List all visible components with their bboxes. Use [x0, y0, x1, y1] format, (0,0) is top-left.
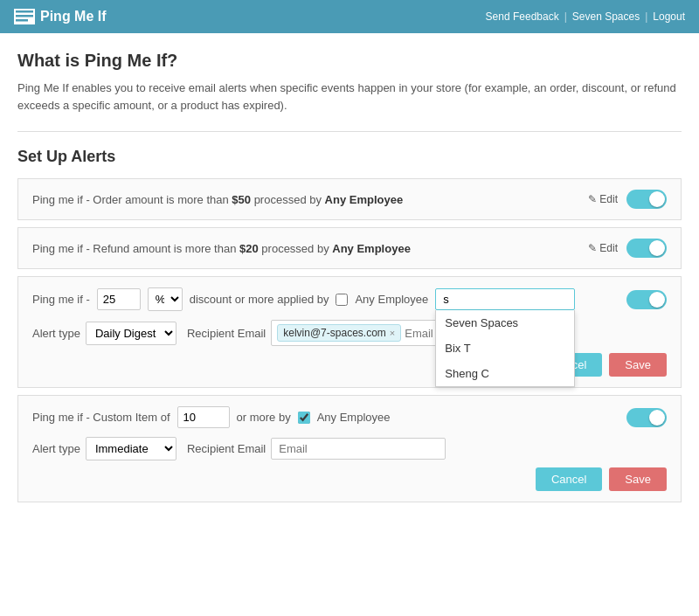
alert-1-edit-button[interactable]: ✎ Edit — [588, 193, 618, 205]
discount-any-label: Any Employee — [355, 293, 428, 306]
page-title: What is Ping Me If? — [17, 51, 682, 71]
dropdown-item-shengc[interactable]: Sheng C — [436, 361, 574, 386]
svg-rect-2 — [16, 19, 28, 22]
alert-2-text: Ping me if - Refund amount is more than … — [32, 242, 411, 255]
workspace-link[interactable]: Seven Spaces — [572, 10, 640, 23]
discount-toggle[interactable]: ON — [626, 290, 667, 309]
alert-2-amount: $20 — [239, 242, 259, 255]
divider — [17, 131, 682, 132]
alert-2-prefix: Ping me if - Refund amount is more than — [32, 242, 239, 255]
main-content: What is Ping Me If? Ping Me If enables y… — [0, 33, 699, 527]
svg-rect-1 — [16, 15, 33, 17]
custom-save-button[interactable]: Save — [609, 467, 667, 491]
alert-1-text: Ping me if - Order amount is more than $… — [32, 193, 403, 206]
discount-alert-type-select[interactable]: Daily Digest Immediate — [86, 322, 176, 345]
custom-middle: or more by — [237, 411, 291, 424]
feedback-link[interactable]: Send Feedback — [486, 10, 559, 23]
edit-form-custom: Ping me if - Custom Item of or more by A… — [17, 395, 682, 502]
logo-icon — [14, 9, 35, 24]
discount-toggle-section: ON — [582, 290, 667, 309]
logo-text: Ping Me If — [40, 9, 107, 24]
svg-rect-0 — [16, 10, 33, 13]
alert-2-toggle[interactable]: ON — [626, 239, 667, 258]
alert-1-amount: $50 — [232, 193, 251, 206]
employee-search-wrap: Seven Spaces Bix T Sheng C — [435, 288, 575, 310]
custom-cancel-button[interactable]: Cancel — [536, 467, 602, 491]
custom-recipient-label: Recipient Email — [187, 442, 266, 455]
discount-alert-type-label: Alert type — [32, 327, 80, 340]
custom-form-actions: Cancel Save — [32, 467, 667, 491]
nav-separator-2: | — [645, 10, 647, 23]
alert-2-edit-button[interactable]: ✎ Edit — [588, 242, 618, 254]
logo: Ping Me If — [14, 9, 107, 24]
discount-value-input[interactable] — [97, 288, 141, 310]
alert-2-employee: Any Employee — [332, 242, 411, 255]
custom-value-input[interactable] — [177, 406, 230, 428]
employee-dropdown: Seven Spaces Bix T Sheng C — [435, 310, 575, 387]
custom-toggle-section: ON — [397, 408, 667, 427]
email-tag: kelvin@7-spaces.com × — [277, 324, 401, 342]
pencil-icon: ✎ — [588, 193, 597, 205]
discount-form-line1: Ping me if - % $ discount or more applie… — [32, 287, 667, 311]
custom-any-checkbox[interactable] — [298, 412, 310, 424]
alert-1-prefix: Ping me if - Order amount is more than — [32, 193, 232, 206]
custom-alert-type-label: Alert type — [32, 442, 80, 455]
alert-1-toggle[interactable]: ON — [626, 190, 667, 209]
header-nav: Send Feedback | Seven Spaces | Logout — [486, 10, 685, 23]
email-tag-value: kelvin@7-spaces.com — [283, 327, 386, 339]
custom-recipient-wrap: Recipient Email — [187, 438, 446, 460]
alert-2-middle: processed by — [261, 242, 332, 255]
alert-row-1: Ping me if - Order amount is more than $… — [17, 178, 682, 220]
custom-toggle-knob — [649, 410, 665, 426]
custom-alert-type-select[interactable]: Daily Digest Immediate — [86, 437, 176, 460]
nav-separator-1: | — [564, 10, 567, 23]
custom-toggle[interactable]: ON — [626, 408, 667, 427]
discount-alert-type-wrap: Alert type Daily Digest Immediate — [32, 322, 176, 345]
discount-recipient-label: Recipient Email — [187, 327, 266, 340]
alert-row-2: Ping me if - Refund amount is more than … — [17, 227, 682, 269]
setup-title: Set Up Alerts — [17, 148, 682, 166]
dropdown-item-bixt[interactable]: Bix T — [436, 336, 574, 361]
custom-form-line2: Alert type Daily Digest Immediate Recipi… — [32, 437, 667, 460]
discount-any-checkbox[interactable] — [336, 294, 348, 306]
pencil-icon-2: ✎ — [588, 242, 597, 254]
percent-select[interactable]: % $ — [148, 287, 183, 311]
discount-toggle-knob — [649, 292, 665, 308]
custom-recipient-email-input[interactable] — [271, 438, 446, 460]
custom-alert-type-wrap: Alert type Daily Digest Immediate — [32, 437, 176, 460]
custom-prefix: Ping me if - Custom Item of — [32, 411, 170, 424]
page-description: Ping Me If enables you to receive email … — [17, 80, 682, 114]
alert-1-edit-label: Edit — [599, 193, 618, 205]
discount-prefix: Ping me if - — [32, 293, 90, 306]
custom-any-label: Any Employee — [317, 411, 391, 424]
edit-form-discount: Ping me if - % $ discount or more applie… — [17, 276, 682, 388]
email-tag-close[interactable]: × — [390, 328, 395, 338]
discount-middle: discount or more applied by — [190, 293, 329, 306]
alert-1-actions: ✎ Edit ON — [588, 190, 667, 209]
alert-1-employee: Any Employee — [325, 193, 404, 206]
employee-search-input[interactable] — [435, 288, 575, 310]
header: Ping Me If Send Feedback | Seven Spaces … — [0, 0, 699, 33]
alert-2-edit-label: Edit — [599, 242, 618, 254]
logout-link[interactable]: Logout — [653, 10, 685, 23]
alert-2-toggle-knob — [649, 240, 665, 256]
alert-2-actions: ✎ Edit ON — [588, 239, 667, 258]
alert-1-toggle-knob — [649, 191, 665, 207]
custom-form-line1: Ping me if - Custom Item of or more by A… — [32, 406, 667, 428]
dropdown-item-seven-spaces[interactable]: Seven Spaces — [436, 310, 574, 336]
discount-save-button[interactable]: Save — [609, 353, 667, 377]
alert-1-middle: processed by — [254, 193, 325, 206]
